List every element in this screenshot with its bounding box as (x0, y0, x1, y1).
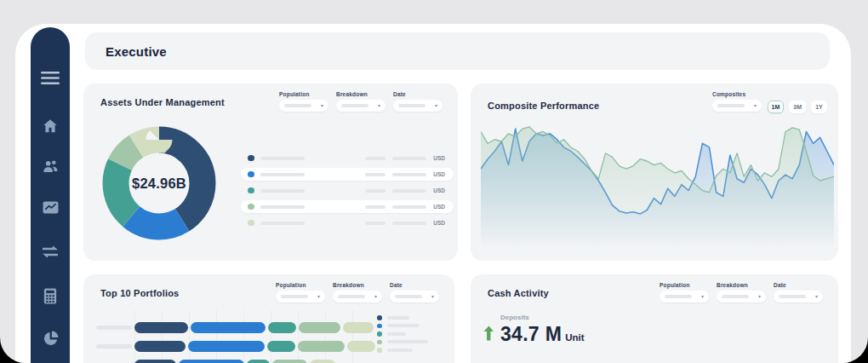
gridline (216, 310, 217, 363)
deposits-label: Deposits (500, 314, 584, 321)
page-title: Executive (106, 44, 167, 59)
bar-segment-4[interactable] (272, 360, 307, 363)
sidebar-item-allocation[interactable] (31, 331, 70, 347)
page-header: Executive (85, 32, 830, 70)
bar-segment-2[interactable] (179, 360, 244, 363)
bar-segment-2[interactable] (191, 322, 266, 333)
legend-name-skeleton (260, 173, 305, 176)
bar-segment-1[interactable] (134, 341, 186, 352)
range-button-3m[interactable]: 3M (789, 101, 806, 113)
chevron-down-icon: ▾ (378, 103, 380, 108)
top10-legend (377, 314, 428, 354)
filter-breakdown: Breakdown▾ (336, 91, 385, 112)
legend-name-skeleton (260, 157, 305, 160)
legend-dot-icon (248, 220, 254, 227)
cash-filters: Population▾Breakdown▾Date▾ (660, 282, 823, 302)
bar-segment-2[interactable] (188, 341, 265, 352)
legend-name-skeleton (387, 349, 413, 352)
top10-legend-row (377, 338, 428, 347)
portfolio-bar-row (96, 360, 335, 363)
filter-breakdown: Breakdown▾ (717, 282, 766, 302)
calculator-icon (43, 288, 57, 304)
composites-select[interactable]: ▾ (712, 100, 762, 112)
legend-value-skeleton (365, 189, 385, 193)
population-select[interactable]: ▾ (660, 291, 709, 302)
range-button-1m[interactable]: 1M (768, 101, 785, 113)
deposits-value: 34.7 M (500, 323, 562, 346)
date-select[interactable]: ▾ (393, 100, 443, 112)
legend-values: USD (365, 220, 445, 226)
time-range-group: 1M3M1Y (768, 101, 827, 113)
breakdown-select[interactable]: ▾ (717, 291, 766, 302)
deposits-unit: Unit (565, 332, 584, 343)
bar-segment-4[interactable] (299, 322, 340, 333)
top10-legend-row (377, 346, 428, 354)
legend-values: USD (365, 171, 445, 177)
currency-label: USD (433, 187, 445, 193)
select-placeholder-skeleton (779, 295, 806, 298)
filter-label: Population (279, 91, 328, 97)
chevron-down-icon: ▾ (754, 103, 757, 108)
bar-segment-1[interactable] (134, 322, 188, 333)
bar-segment-3[interactable] (268, 322, 296, 333)
sidebar-item-clients[interactable] (31, 159, 70, 174)
aum-total-value: $24.96B (100, 124, 219, 243)
legend-dot-icon (248, 171, 254, 178)
chevron-down-icon: ▾ (701, 294, 704, 299)
sidebar-item-menu[interactable] (31, 70, 70, 87)
transfers-icon (42, 245, 59, 259)
card-composite-performance: Composite Performance Composites▾ 1M3M1Y (471, 84, 838, 261)
gridline (243, 310, 244, 363)
sidebar-item-home[interactable] (31, 118, 70, 134)
legend-dot-icon (377, 331, 382, 337)
legend-values: USD (365, 155, 445, 161)
bar-segment-5[interactable] (343, 322, 374, 333)
sidebar (31, 27, 70, 363)
filter-label: Date (774, 282, 823, 288)
legend-name-skeleton (260, 222, 305, 225)
aum-legend-row: USD (241, 216, 454, 229)
card-title: Composite Performance (488, 101, 599, 111)
select-placeholder-skeleton (665, 295, 692, 298)
date-select[interactable]: ▾ (774, 291, 823, 302)
legend-name-skeleton (260, 189, 305, 193)
sidebar-item-transfers[interactable] (31, 245, 70, 259)
row-label-skeleton (96, 326, 132, 330)
top10-legend-row (377, 322, 428, 331)
breakdown-select[interactable]: ▾ (336, 100, 385, 112)
bar-segment-1[interactable] (134, 360, 176, 363)
filter-label: Population (660, 282, 709, 288)
gridline (189, 310, 190, 363)
legend-value-skeleton (365, 222, 385, 225)
range-button-1y[interactable]: 1Y (811, 101, 827, 113)
legend-dot-icon (248, 187, 254, 194)
sidebar-item-calculator[interactable] (31, 288, 70, 304)
legend-amount-skeleton (392, 222, 426, 225)
legend-dot-icon (377, 324, 382, 329)
up-arrow-icon (483, 326, 494, 341)
bar-segment-3[interactable] (247, 360, 270, 363)
select-placeholder-skeleton (284, 104, 311, 107)
aum-filters: Population▾Breakdown▾Date▾ (279, 91, 443, 112)
bar-segment-4[interactable] (298, 341, 345, 352)
deposits-metric: Deposits 34.7 M Unit (483, 314, 584, 346)
population-select[interactable]: ▾ (279, 100, 328, 112)
legend-dot-icon (377, 315, 382, 320)
legend-amount-skeleton (392, 189, 426, 193)
chevron-down-icon: ▾ (435, 103, 437, 108)
top10-legend-row (377, 330, 428, 338)
bar-segment-5[interactable] (310, 360, 335, 363)
legend-values: USD (365, 204, 445, 210)
legend-dot-icon (377, 340, 382, 345)
legend-name-skeleton (387, 332, 406, 336)
composite-line-chart (481, 119, 834, 260)
clients-icon (43, 159, 59, 174)
card-cash-activity: Cash Activity Population▾Breakdown▾Date▾… (471, 274, 838, 363)
bar-segment-5[interactable] (347, 341, 375, 352)
currency-label: USD (433, 155, 445, 161)
filter-population: Population▾ (279, 91, 328, 112)
bar-segment-3[interactable] (267, 341, 295, 352)
aum-legend: USDUSDUSDUSDUSD (241, 152, 454, 233)
sidebar-item-performance[interactable] (31, 200, 70, 215)
select-placeholder-skeleton (717, 104, 745, 107)
